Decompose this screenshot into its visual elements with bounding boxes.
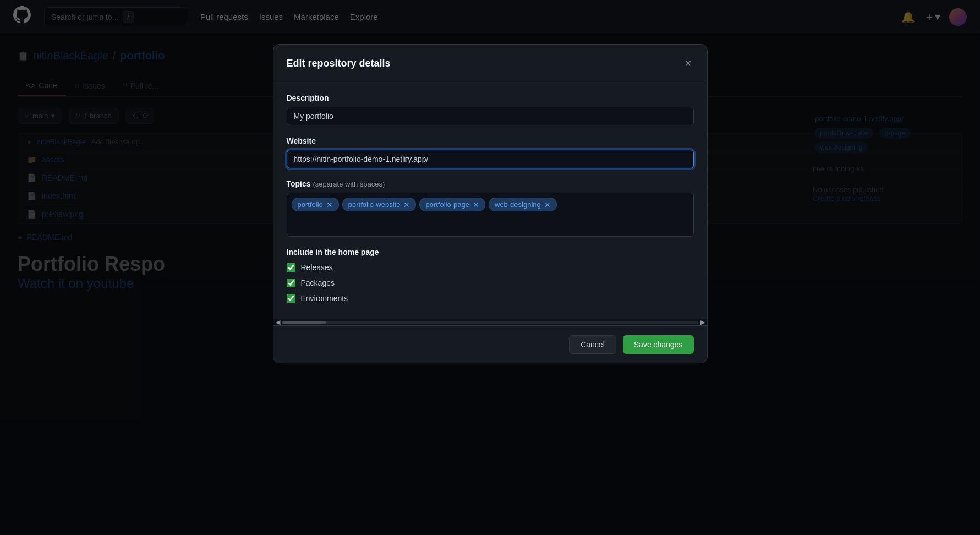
checkbox-environments[interactable] [287, 294, 295, 303]
hscroll-thumb [282, 321, 326, 324]
checkbox-environments-label: Environments [301, 294, 348, 303]
topic-remove-portfolio[interactable]: ✕ [326, 201, 333, 209]
scroll-right-arrow[interactable]: ▶ [700, 319, 705, 326]
description-input[interactable] [287, 107, 694, 125]
topic-tag-portfolio-page: portfolio-page ✕ [419, 198, 485, 211]
scroll-left-arrow[interactable]: ◀ [276, 319, 280, 326]
modal-hscrollbar: ◀ ▶ [273, 319, 707, 326]
website-label: Website [287, 137, 694, 145]
description-group: Description [287, 94, 694, 125]
modal-header: Edit repository details × [273, 45, 707, 80]
checkbox-packages-label: Packages [301, 279, 335, 287]
topic-text-portfolio-website: portfolio-website [348, 200, 401, 209]
modal-footer: Cancel Save changes [273, 326, 707, 363]
topics-container[interactable]: portfolio ✕ portfolio-website ✕ portfoli… [287, 193, 694, 237]
topic-text-web-designing: web-designing [495, 200, 541, 209]
checkbox-environments-item[interactable]: Environments [287, 294, 694, 303]
checkbox-releases-label: Releases [301, 263, 333, 272]
checkbox-packages-item[interactable]: Packages [287, 279, 694, 287]
edit-repo-modal: Edit repository details × Description We… [273, 44, 708, 363]
topics-group: Topics (separate with spaces) portfolio … [287, 179, 694, 237]
topic-tag-web-designing: web-designing ✕ [489, 198, 557, 211]
modal-close-button[interactable]: × [683, 56, 694, 71]
topic-remove-web-designing[interactable]: ✕ [544, 201, 551, 209]
hscroll-track [282, 321, 698, 324]
homepage-section-label: Include in the home page [287, 248, 694, 256]
checkbox-releases[interactable] [287, 263, 295, 272]
topics-label: Topics (separate with spaces) [287, 179, 694, 188]
topic-remove-portfolio-website[interactable]: ✕ [403, 201, 410, 209]
modal-title: Edit repository details [287, 58, 391, 69]
topic-remove-portfolio-page[interactable]: ✕ [473, 201, 479, 209]
modal-body: Description Website Topics (separate wit… [273, 80, 707, 319]
description-label: Description [287, 94, 694, 102]
homepage-section: Include in the home page Releases Packag… [287, 248, 694, 303]
topics-sub-label: (separate with spaces) [313, 180, 385, 188]
topic-text-portfolio: portfolio [298, 200, 323, 209]
topic-text-portfolio-page: portfolio-page [425, 200, 469, 209]
website-group: Website [287, 137, 694, 168]
topic-tag-portfolio-website: portfolio-website ✕ [342, 198, 417, 211]
checkbox-group: Releases Packages Environments [287, 263, 694, 303]
website-input[interactable] [287, 150, 694, 168]
cancel-button[interactable]: Cancel [569, 335, 616, 354]
save-changes-button[interactable]: Save changes [623, 335, 694, 354]
checkbox-packages[interactable] [287, 279, 295, 287]
topic-tag-portfolio: portfolio ✕ [292, 198, 339, 211]
checkbox-releases-item[interactable]: Releases [287, 263, 694, 272]
